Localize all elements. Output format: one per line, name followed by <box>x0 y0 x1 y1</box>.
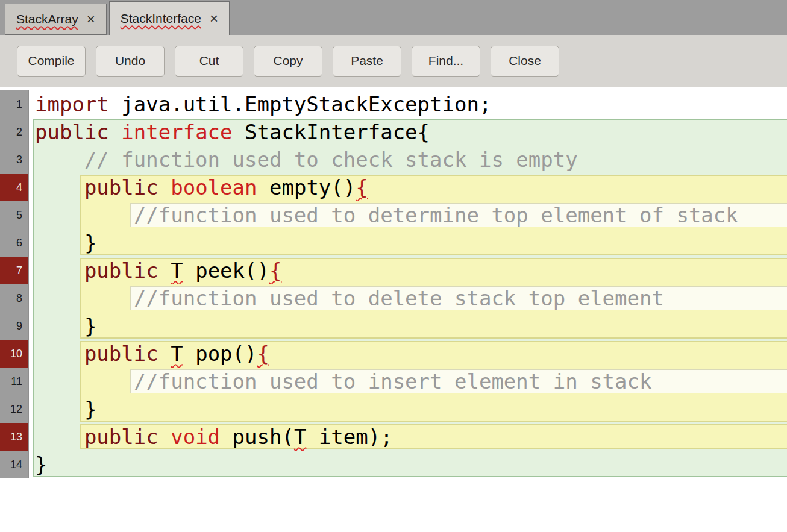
code-text: } <box>29 229 787 257</box>
code-line: 1import java.util.EmptyStackException; <box>0 90 787 118</box>
line-number[interactable]: 9 <box>0 312 29 340</box>
code-line: 2public interface StackInterface{ <box>0 118 787 146</box>
undo-button[interactable]: Undo <box>96 46 165 77</box>
cut-button[interactable]: Cut <box>175 46 243 77</box>
line-number[interactable]: 6 <box>0 229 29 257</box>
code-text: } <box>29 451 787 478</box>
code-cell[interactable]: } <box>29 312 787 340</box>
line-number[interactable]: 1 <box>0 90 29 118</box>
code-text: public interface StackInterface{ <box>29 118 787 146</box>
code-line: 6 } <box>0 229 787 257</box>
line-number[interactable]: 5 <box>0 201 29 229</box>
code-text: } <box>29 395 787 423</box>
bottom-filler <box>0 482 787 532</box>
close-button[interactable]: Close <box>491 46 559 77</box>
code-line: 10 public T pop(){ <box>0 340 787 368</box>
copy-button[interactable]: Copy <box>254 46 322 77</box>
code-line: 5 //function used to determine top eleme… <box>0 201 787 229</box>
code-editor: 1import java.util.EmptyStackException;2p… <box>0 87 787 482</box>
line-number-error-marker[interactable]: 7 <box>0 257 29 284</box>
tab-stackinterface[interactable]: StackInterface × <box>109 1 230 35</box>
code-text: public T pop(){ <box>29 340 787 368</box>
line-number-error-marker[interactable]: 4 <box>0 174 29 201</box>
code-text: //function used to delete stack top elem… <box>29 284 787 312</box>
code-line: 7 public T peek(){ <box>0 257 787 284</box>
code-cell[interactable]: // function used to check stack is empty <box>29 146 787 174</box>
code-line: 12 } <box>0 395 787 423</box>
code-cell[interactable]: public interface StackInterface{ <box>29 118 787 146</box>
line-number[interactable]: 8 <box>0 284 29 312</box>
code-text: import java.util.EmptyStackException; <box>29 90 787 118</box>
code-cell[interactable]: } <box>29 395 787 423</box>
code-cell[interactable]: //function used to insert element in sta… <box>29 368 787 395</box>
code-cell[interactable]: import java.util.EmptyStackException; <box>29 90 787 118</box>
line-number[interactable]: 2 <box>0 118 29 146</box>
code-line: 11 //function used to insert element in … <box>0 368 787 395</box>
code-rows: 1import java.util.EmptyStackException;2p… <box>0 90 787 478</box>
code-text: //function used to determine top element… <box>29 201 787 229</box>
tab-stackarray[interactable]: StackArray × <box>5 4 107 35</box>
tab-close-icon[interactable]: × <box>210 11 218 26</box>
code-text: // function used to check stack is empty <box>29 146 787 174</box>
code-cell[interactable]: public boolean empty(){ <box>29 174 787 201</box>
tab-label: StackInterface <box>121 11 201 26</box>
line-number[interactable]: 11 <box>0 368 29 395</box>
tab-label: StackArray <box>16 12 78 27</box>
code-line: 8 //function used to delete stack top el… <box>0 284 787 312</box>
code-cell[interactable]: } <box>29 229 787 257</box>
paste-button[interactable]: Paste <box>333 46 401 77</box>
code-line: 9 } <box>0 312 787 340</box>
code-cell[interactable]: public T peek(){ <box>29 257 787 284</box>
code-line: 3 // function used to check stack is emp… <box>0 146 787 174</box>
code-line: 14} <box>0 451 787 478</box>
code-cell[interactable]: public void push(T item); <box>29 423 787 451</box>
code-cell[interactable]: public T pop(){ <box>29 340 787 368</box>
line-number[interactable]: 3 <box>0 146 29 174</box>
code-line: 13 public void push(T item); <box>0 423 787 451</box>
tab-close-icon[interactable]: × <box>87 12 95 27</box>
code-text: public boolean empty(){ <box>29 174 787 201</box>
line-number[interactable]: 12 <box>0 395 29 423</box>
code-cell[interactable]: //function used to determine top element… <box>29 201 787 229</box>
line-number[interactable]: 14 <box>0 451 29 478</box>
code-line: 4 public boolean empty(){ <box>0 174 787 201</box>
compile-button[interactable]: Compile <box>17 46 86 77</box>
code-cell[interactable]: //function used to delete stack top elem… <box>29 284 787 312</box>
line-number-error-marker[interactable]: 13 <box>0 423 29 451</box>
code-text: } <box>29 312 787 340</box>
code-text: public T peek(){ <box>29 257 787 284</box>
code-text: public void push(T item); <box>29 423 787 451</box>
code-cell[interactable]: } <box>29 451 787 478</box>
find-button[interactable]: Find... <box>412 46 480 77</box>
line-number-error-marker[interactable]: 10 <box>0 340 29 368</box>
tab-bar: StackArray × StackInterface × <box>0 0 787 35</box>
code-text: //function used to insert element in sta… <box>29 368 787 395</box>
toolbar: Compile Undo Cut Copy Paste Find... Clos… <box>0 35 787 87</box>
